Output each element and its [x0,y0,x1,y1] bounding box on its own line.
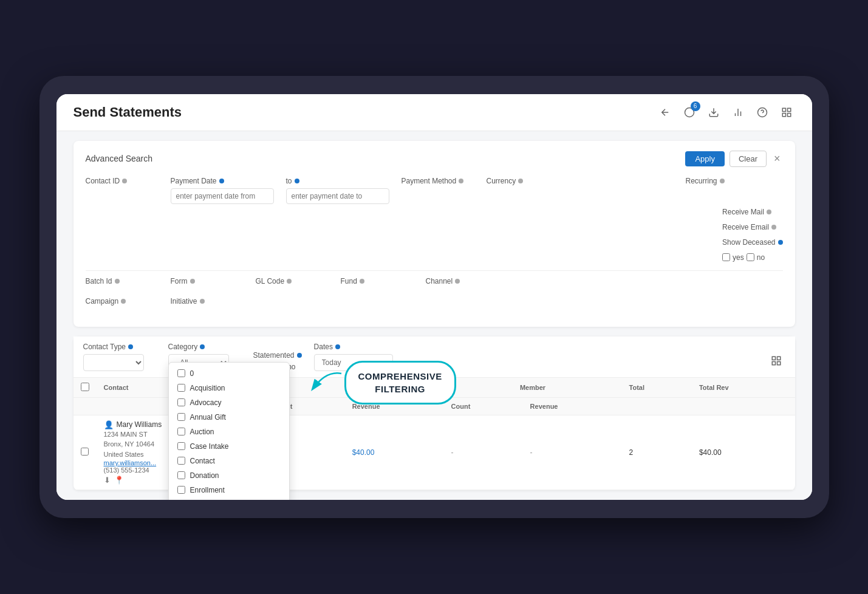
payment-date-to-input[interactable] [286,188,389,204]
callout-arrow-svg [308,367,344,398]
direct-revenue-link[interactable]: $40.00 [352,448,375,457]
campaign-group: Campaign [86,297,159,309]
deceased-yes-checkbox[interactable] [722,253,730,261]
receive-mail-indicator [767,210,771,214]
channel-group: Channel [426,277,499,288]
payment-date-indicator [219,179,224,183]
member-count-cell: - [444,415,523,490]
svg-rect-2 [782,108,785,111]
filter-row-3: Batch Id Form GL Code [86,277,783,288]
initiative-group: Initiative [171,297,244,309]
dates-indicator [335,344,340,349]
layout-icon[interactable] [778,104,795,121]
app-header: Send Statements 6 [56,94,812,131]
payment-date-label: Payment Date [171,177,274,185]
payment-method-group: Payment Method [402,177,474,188]
category-item-advocacy[interactable]: Advocacy [169,395,289,410]
contact-type-filter-label: Contact Type [83,343,156,351]
category-item-case-intake[interactable]: Case Intake [169,439,289,454]
payment-date-to-group: to [286,177,389,204]
svg-rect-9 [772,361,775,364]
callout-line1: COMPREHENSIVE [358,370,442,383]
col-total-header: Total [622,378,692,398]
contact-type-filter-indicator [128,344,133,349]
batch-id-group: Batch Id [86,277,159,288]
category-item-0[interactable]: 0 [169,366,289,381]
svg-rect-8 [777,357,780,360]
form-label: Form [171,277,244,285]
receive-email-indicator [771,225,776,230]
callout-line2: FILTERING [358,383,442,395]
category-item-donation[interactable]: Donation [169,468,289,483]
deceased-yes-label: yes [733,253,744,262]
category-item-annual-gift[interactable]: Annual Gift [169,410,289,425]
gl-code-group: GL Code [256,277,329,288]
contact-id-label: Contact ID [86,177,159,185]
recurring-indicator [720,179,725,183]
currency-indicator [518,179,523,183]
campaign-indicator [121,299,126,304]
member-revenue-cell: - [523,415,622,490]
category-item-acquisition[interactable]: Acquisition [169,381,289,395]
payment-date-group: Payment Date [171,177,274,204]
svg-rect-4 [782,113,785,116]
total-cell: 2 [622,415,692,490]
column-settings-button[interactable] [767,353,785,371]
initiative-indicator [200,299,205,304]
apply-button[interactable]: Apply [685,151,725,166]
download-contact-icon[interactable]: ⬇ [104,476,111,485]
deceased-checkbox-row: yes no [722,253,782,262]
contact-type-select[interactable] [83,354,144,371]
category-item-enrollment[interactable]: Enrollment [169,483,289,497]
receive-email-label: Receive Email [722,223,782,231]
fund-label: Fund [341,277,414,285]
close-button[interactable]: × [771,152,783,165]
category-item-auction[interactable]: Auction [169,425,289,439]
category-item-event[interactable]: Event [169,497,289,500]
channel-label: Channel [426,277,499,285]
currency-group: Currency [487,177,559,188]
channel-indicator [455,279,460,284]
contact-type-filter-group: Contact Type [83,343,156,371]
chart-icon[interactable] [730,104,747,121]
panel-title: Advanced Search [86,154,153,163]
gl-code-label: GL Code [256,277,329,285]
currency-label: Currency [487,177,559,185]
show-deceased-indicator [778,240,783,245]
category-item-contact[interactable]: Contact [169,454,289,468]
category-filter-label: Category [168,343,241,351]
user-icon: 👤 [104,420,114,429]
page-title: Send Statements [73,104,182,120]
deceased-no-label: no [757,253,765,262]
filter-row-4: Campaign Initiative [86,297,783,309]
panel-header: Advanced Search Apply Clear × [86,151,783,167]
select-all-checkbox[interactable] [81,383,89,391]
contact-id-indicator [122,179,127,183]
filter-row-2: Receive Mail Receive Email Show Deceased [86,208,783,262]
payment-date-from-input[interactable] [171,188,274,204]
total-rev-cell: $40.00 [692,415,795,490]
help-icon[interactable] [754,104,771,121]
notification-badge: 6 [691,101,700,111]
advanced-search-panel: Advanced Search Apply Clear × Contact ID [73,141,795,327]
payment-date-to-indicator [295,179,299,183]
category-filter-group: Category - All - 0 Acquisition Advocacy … [168,343,241,371]
row-checkbox[interactable] [81,448,89,456]
batch-id-indicator [115,279,120,284]
form-group: Form [171,277,244,288]
download-icon[interactable] [705,104,722,121]
col-total-rev-header: Total Rev [692,378,795,398]
category-filter-indicator [200,344,205,349]
header-icons: 6 [657,104,795,121]
deceased-no-checkbox[interactable] [747,253,754,261]
receive-mail-label: Receive Mail [722,208,782,216]
back-icon[interactable] [657,104,674,121]
fund-group: Fund [341,277,414,288]
payment-method-indicator [459,179,463,183]
callout-bubble: COMPREHENSIVE FILTERING [344,361,456,405]
gl-code-indicator [287,279,292,284]
clear-button[interactable]: Clear [730,151,767,167]
notifications-icon[interactable]: 6 [681,104,698,121]
table-section: Contact Type Category [73,336,795,491]
location-icon[interactable]: 📍 [114,476,124,485]
